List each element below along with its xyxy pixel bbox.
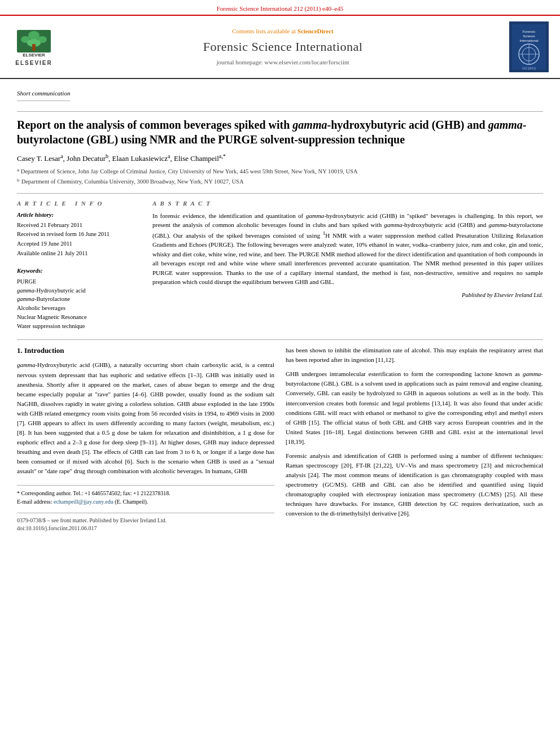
- elsevier-logo-svg: ELSEVIER: [11, 27, 56, 58]
- main-col-right: has been shown to inhibit the eliminatio…: [286, 346, 543, 532]
- revised-date: Received in revised form 16 June 2011: [17, 230, 141, 239]
- journal-center-info: Contents lists available at ScienceDirec…: [56, 27, 509, 67]
- journal-homepage: journal homepage: www.elsevier.com/locat…: [56, 58, 509, 67]
- elsevier-logo: ELSEVIER ELSEVIER: [11, 27, 56, 67]
- published-by: Published by Elsevier Ireland Ltd.: [152, 291, 543, 300]
- cover-svg: Forensic Science International 212 (2011…: [509, 21, 549, 72]
- journal-cover-image: Forensic Science International 212 (2011…: [509, 21, 549, 72]
- svg-text:Forensic: Forensic: [522, 30, 535, 33]
- svg-point-1: [28, 31, 40, 40]
- svg-rect-5: [32, 44, 36, 51]
- keyword-ghb: gamma-Hydroxybutyric acid: [17, 286, 141, 295]
- journal-header: ELSEVIER ELSEVIER Contents lists availab…: [0, 16, 560, 79]
- available-date: Available online 21 July 2011: [17, 250, 141, 258]
- keyword-beverages: Alcoholic beverages: [17, 304, 141, 313]
- received-date: Received 21 February 2011: [17, 221, 141, 230]
- affiliation-a: ᵃ Department of Science, John Jay Colleg…: [17, 167, 543, 176]
- right-para-2: GHB undergoes intramolecular esterificat…: [286, 369, 543, 446]
- abstract-header: A B S T R A C T: [152, 199, 543, 208]
- article-info-header: A R T I C L E I N F O: [17, 199, 141, 208]
- keyword-water-suppression: Water suppression technique: [17, 322, 141, 331]
- issn-note: 0379-0738/$ – see front matter. Publishe…: [17, 517, 274, 525]
- article-info-abstract-section: A R T I C L E I N F O Article history: R…: [17, 199, 543, 331]
- main-content: 1. Introduction gamma-Hydroxybutyric aci…: [17, 346, 543, 532]
- svg-text:Science: Science: [523, 34, 535, 38]
- title-divider: [17, 111, 543, 112]
- article-history-header: Article history:: [17, 211, 141, 220]
- keywords-header: Keywords:: [17, 267, 141, 276]
- affiliations: ᵃ Department of Science, John Jay Colleg…: [17, 167, 543, 186]
- abstract-text: In forensic evidence, the identification…: [152, 211, 543, 287]
- intro-heading: 1. Introduction: [17, 346, 274, 356]
- article-info-section: A R T I C L E I N F O Article history: R…: [17, 199, 141, 331]
- intro-para-1: gamma-Hydroxybutyric acid (GHB), a natur…: [17, 360, 274, 476]
- article-body: Short communication Report on the analys…: [0, 79, 560, 541]
- authors-line: Casey T. Lesara, John Decaturb, Elaan Lu…: [17, 152, 543, 164]
- footnote-corresponding: * Corresponding author. Tel.: +1 6465574…: [17, 489, 274, 497]
- journal-title: Forensic Science International: [56, 38, 509, 56]
- section-label: Short communication: [17, 89, 70, 101]
- affiliation-b: ᵇ Department of Chemistry, Columbia Univ…: [17, 177, 543, 186]
- keywords-list: PURGE gamma-Hydroxybutyric acid gamma-Bu…: [17, 277, 141, 331]
- main-col-left: 1. Introduction gamma-Hydroxybutyric aci…: [17, 346, 274, 532]
- keyword-nmr: Nuclear Magnetic Resonance: [17, 313, 141, 322]
- elsevier-label: ELSEVIER: [15, 59, 52, 67]
- journal-top-bar: Forensic Science International 212 (2011…: [0, 0, 560, 16]
- sciencedirect-link: Contents lists available at ScienceDirec…: [56, 27, 509, 36]
- right-para-1: has been shown to inhibit the eliminatio…: [286, 346, 543, 365]
- keyword-gbl: gamma-Butyrolactone: [17, 295, 141, 304]
- abstract-section: A B S T R A C T In forensic evidence, th…: [152, 199, 543, 331]
- content-divider: [17, 339, 543, 340]
- keyword-purge: PURGE: [17, 277, 141, 286]
- page: Forensic Science International 212 (2011…: [0, 0, 560, 541]
- svg-text:International: International: [519, 39, 538, 42]
- doi-note: doi:10.1016/j.forsciint.2011.06.017: [17, 525, 274, 532]
- bottom-notes: 0379-0738/$ – see front matter. Publishe…: [17, 513, 274, 532]
- footnote-email: E-mail address: echampeill@jjay.cuny.edu…: [17, 497, 274, 506]
- journal-reference: Forensic Science International 212 (2011…: [217, 5, 344, 12]
- svg-text:ELSEVIER: ELSEVIER: [23, 53, 45, 58]
- abstract-divider: [17, 193, 543, 194]
- svg-text:212 (2011): 212 (2011): [522, 67, 536, 70]
- footnotes: * Corresponding author. Tel.: +1 6465574…: [17, 485, 274, 506]
- article-title: Report on the analysis of common beverag…: [17, 117, 543, 147]
- right-para-3: Forensic analysis and identification of …: [286, 451, 543, 518]
- accepted-date: Accepted 19 June 2011: [17, 240, 141, 248]
